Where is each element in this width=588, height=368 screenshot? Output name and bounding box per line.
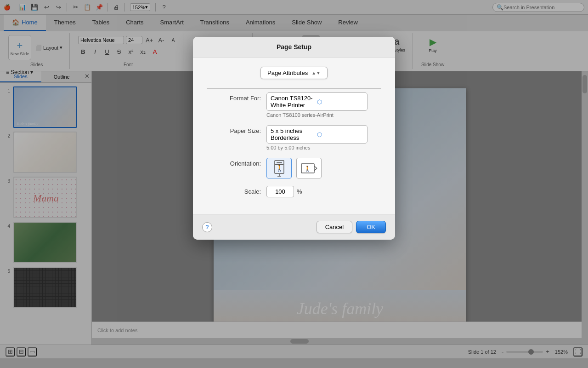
- dialog-footer: ? Cancel OK: [193, 214, 395, 240]
- page-attr-arrow: ▲▼: [311, 70, 321, 75]
- orientation-buttons: 🚶 🚶: [266, 158, 381, 178]
- svg-text:🚶: 🚶: [304, 165, 311, 172]
- orientation-control: 🚶 🚶: [266, 158, 381, 178]
- ok-button[interactable]: OK: [356, 221, 386, 233]
- scale-control: %: [266, 186, 381, 197]
- paper-size-select[interactable]: 5 x 5 inches Borderless ⬡: [266, 125, 368, 144]
- format-for-sub: Canon TS8100 series-AirPrint: [266, 112, 381, 118]
- format-for-arrow: ⬡: [317, 98, 363, 105]
- paper-size-arrow: ⬡: [317, 131, 363, 138]
- page-attr-label: Page Attributes: [267, 69, 308, 76]
- paper-size-value: 5 x 5 inches Borderless: [271, 127, 317, 141]
- page-attr-row: Page Attributes ▲▼: [207, 67, 381, 79]
- dialog-title: Page Setup: [193, 37, 395, 58]
- portrait-icon: 🚶: [272, 160, 286, 177]
- landscape-icon: 🚶: [301, 161, 317, 175]
- svg-line-8: [314, 168, 317, 171]
- dialog-body: Page Attributes ▲▼ Format For: Canon TS8…: [193, 58, 395, 214]
- format-for-label: Format For:: [207, 92, 266, 102]
- paper-size-row: Paper Size: 5 x 5 inches Borderless ⬡ 5.…: [207, 125, 381, 150]
- svg-line-7: [314, 166, 317, 168]
- separator: [207, 88, 381, 89]
- cancel-button[interactable]: Cancel: [317, 221, 352, 233]
- paper-size-label: Paper Size:: [207, 125, 266, 134]
- format-for-select[interactable]: Canon TS8120- White Printer ⬡: [266, 92, 368, 111]
- svg-text:🚶: 🚶: [275, 164, 283, 172]
- scale-row: Scale: %: [207, 186, 381, 197]
- page-setup-dialog: Page Setup Page Attributes ▲▼ Format For…: [193, 37, 395, 240]
- format-for-row: Format For: Canon TS8120- White Printer …: [207, 92, 381, 118]
- orientation-label: Orientation:: [207, 158, 266, 167]
- scale-label: Scale:: [207, 186, 266, 195]
- orientation-row: Orientation: 🚶: [207, 158, 381, 178]
- format-for-control: Canon TS8120- White Printer ⬡ Canon TS81…: [266, 92, 381, 118]
- scale-unit: %: [297, 188, 302, 195]
- scale-inputs: %: [266, 186, 381, 197]
- page-attributes-button[interactable]: Page Attributes ▲▼: [260, 67, 328, 79]
- paper-size-control: 5 x 5 inches Borderless ⬡ 5.00 by 5.00 i…: [266, 125, 381, 150]
- help-button[interactable]: ?: [202, 222, 212, 232]
- modal-overlay: Notes, handouts & outlines: 📄 📋 Header/F…: [0, 0, 588, 368]
- paper-size-sub: 5.00 by 5.00 inches: [266, 145, 381, 150]
- svg-rect-1: [277, 162, 282, 163]
- scale-input[interactable]: [266, 186, 294, 197]
- landscape-button[interactable]: 🚶: [296, 158, 322, 178]
- dialog-buttons: Cancel OK: [317, 221, 386, 233]
- portrait-button[interactable]: 🚶: [266, 158, 292, 178]
- format-for-value: Canon TS8120- White Printer: [271, 95, 317, 109]
